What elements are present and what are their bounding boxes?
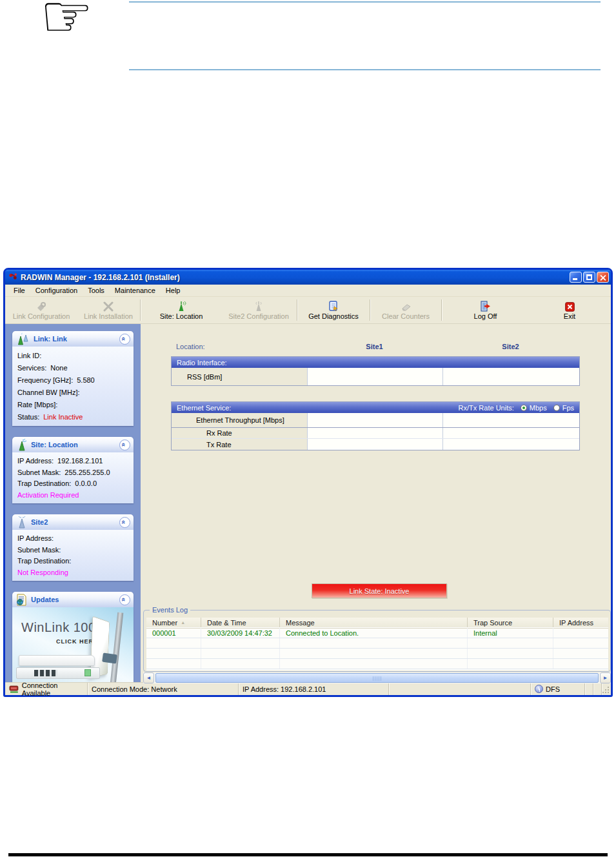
menu-configuration[interactable]: Configuration: [31, 286, 82, 295]
column-trap-source[interactable]: Trap Source: [467, 618, 553, 627]
updates-document-globe-icon: [16, 594, 28, 606]
toolbar-separator: [297, 299, 297, 321]
link-configuration-icon: [35, 300, 47, 312]
rate-units-label: Rx/Tx Rate Units:: [459, 404, 514, 412]
status-bar: Connection Available Connection Mode: Ne…: [5, 682, 611, 695]
fps-radio-option[interactable]: Fps: [553, 404, 574, 412]
panel-link-header[interactable]: Link: Link «: [12, 331, 134, 347]
field-value: 5.580: [77, 376, 95, 384]
menu-bar: File Configuration Tools Maintenance Hel…: [5, 285, 611, 297]
winlink-update-banner[interactable]: WinLink 1000 CLICK HERE: [12, 607, 134, 682]
toolbar-label: Site: Location: [160, 312, 203, 320]
site-location-button[interactable]: Site: Location: [141, 297, 221, 323]
title-bar[interactable]: RADWIN Manager - 192.168.2.101 (Installe…: [5, 270, 611, 285]
radio-interface-table: Radio Interface: RSS [dBm]: [171, 356, 580, 386]
rss-label: RSS [dBm]: [172, 368, 307, 385]
field-value: 0.0.0.0: [75, 479, 97, 487]
scroll-right-button[interactable]: ►: [600, 672, 611, 683]
events-horizontal-scrollbar[interactable]: ◄ ►: [143, 672, 611, 683]
menu-file[interactable]: File: [9, 286, 30, 295]
status-small-cell: [585, 683, 593, 695]
events-log-group: Events Log Number▲ Date & Time Message T…: [143, 610, 611, 672]
idu-device-graphic: [19, 655, 95, 666]
minimize-icon: [573, 278, 577, 280]
panel-title: Site: Location: [31, 441, 116, 449]
site-status-text: Activation Required: [17, 491, 79, 499]
panel-title: Site2: [31, 518, 116, 526]
tx-rate-label: Tx Rate: [172, 439, 307, 450]
sidebar: Link: Link « Link ID: Services:None Freq…: [5, 324, 141, 682]
link-installation-icon: [103, 300, 114, 312]
collapse-panel-button[interactable]: «: [119, 439, 130, 450]
exit-button[interactable]: Exit: [528, 297, 611, 323]
panel-updates-header[interactable]: Updates «: [12, 592, 134, 607]
exit-icon: [565, 300, 575, 312]
event-ip-address: [553, 628, 608, 638]
collapse-panel-button[interactable]: «: [119, 517, 130, 528]
event-row[interactable]: 000001 30/03/2009 14:47:32 Connected to …: [146, 628, 608, 638]
section-title: Ethernet Service:: [177, 404, 459, 412]
chevron-up-icon: «: [121, 443, 128, 447]
event-number: 000001: [146, 628, 201, 638]
field-label: Frequency [GHz]:: [17, 376, 73, 384]
menu-tools[interactable]: Tools: [83, 286, 109, 295]
scrollbar-thumb[interactable]: [155, 673, 599, 683]
radio-selected-icon: [521, 405, 527, 411]
scrollbar-track[interactable]: [154, 672, 600, 683]
page-footer-rule: [8, 853, 608, 856]
rss-row: RSS [dBm]: [172, 368, 579, 385]
event-message: Connected to Location.: [279, 628, 467, 638]
note-divider-bottom: [129, 69, 601, 70]
panel-title: Link: Link: [34, 335, 116, 343]
site1-column-header: Site1: [306, 343, 442, 350]
tx-site1-value: [307, 439, 443, 450]
toolbar-label: Link Installation: [84, 312, 133, 320]
mbps-radio-option[interactable]: Mbps: [521, 404, 547, 412]
connection-status-cell: Connection Available: [5, 683, 88, 695]
collapse-panel-button[interactable]: «: [119, 334, 130, 345]
toolbar-label: Log Off: [474, 312, 497, 320]
connection-status-text: Connection Available: [22, 681, 87, 697]
column-message[interactable]: Message: [279, 618, 467, 627]
field-label: IP Address:: [17, 534, 54, 542]
field-label: Link ID:: [17, 352, 41, 359]
close-button[interactable]: [597, 272, 609, 283]
main-panel: Location: Site1 Site2 Radio Interface: R…: [141, 324, 611, 682]
menu-help[interactable]: Help: [161, 286, 185, 295]
column-ip-address[interactable]: IP Address: [553, 618, 608, 627]
tx-rate-row: Tx Rate: [172, 439, 579, 450]
events-log-title: Events Log: [150, 606, 190, 614]
resize-grip[interactable]: [602, 683, 611, 695]
dfs-text: DFS: [546, 685, 560, 693]
get-diagnostics-button[interactable]: Get Diagnostics: [298, 297, 369, 323]
chevron-up-icon: «: [121, 598, 128, 601]
rx-site1-value: [307, 428, 443, 438]
panel-site-location-header[interactable]: Site: Location «: [12, 437, 134, 452]
field-label: Channel BW [MHz]:: [17, 389, 80, 396]
connection-mode-text: Connection Mode: Network: [92, 685, 177, 693]
scroll-left-button[interactable]: ◄: [143, 672, 154, 683]
collapse-panel-button[interactable]: «: [119, 594, 130, 605]
idu-led-graphic: [84, 669, 91, 676]
scroll-right-icon: ►: [603, 676, 608, 681]
menu-maintenance[interactable]: Maintenance: [110, 286, 160, 295]
event-row-empty: [146, 649, 608, 659]
minimize-button[interactable]: [570, 272, 582, 283]
field-value: 255.255.255.0: [65, 469, 110, 476]
event-row-empty: [146, 638, 608, 649]
column-number[interactable]: Number▲: [146, 618, 201, 627]
panel-site2-header[interactable]: Site2 «: [12, 514, 134, 530]
maximize-button[interactable]: [583, 272, 595, 283]
radwin-manager-window: RADWIN Manager - 192.168.2.101 (Installe…: [3, 268, 613, 697]
radio-unselected-icon: [553, 405, 560, 411]
column-date-time[interactable]: Date & Time: [201, 618, 279, 627]
field-label: Subnet Mask:: [17, 469, 61, 476]
log-off-button[interactable]: Log Off: [442, 297, 528, 323]
toolbar-separator: [441, 299, 442, 321]
antenna-pole-graphic: [110, 612, 123, 682]
rss-site1-value: [307, 368, 443, 385]
clear-counters-button: Clear Counters: [371, 297, 441, 323]
throughput-site1-value: [307, 413, 443, 427]
rx-rate-label: Rx Rate: [172, 428, 307, 438]
rss-site2-value: [442, 368, 579, 385]
